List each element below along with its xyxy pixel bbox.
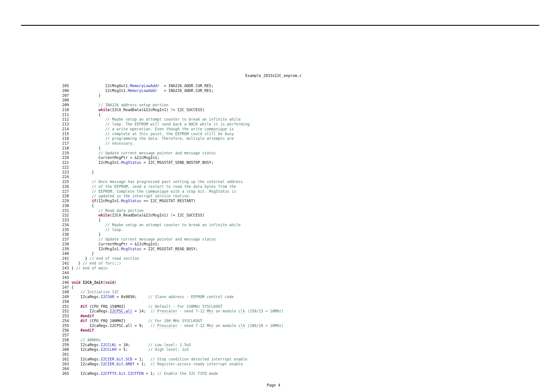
code-segment: // end of main: [76, 266, 107, 270]
code-segment: is: [227, 127, 234, 131]
code-segment: }: [71, 256, 89, 261]
code-line: 225 // Once message has progressed past …: [62, 179, 283, 184]
line-number: 210: [62, 108, 71, 112]
code-segment: clk: [238, 323, 245, 328]
line-number: 237: [62, 237, 71, 242]
code-line: 246void I2CA_Init(void): [62, 280, 283, 285]
line-number: 259: [62, 343, 71, 347]
code-line: 205 I2cMsgOut1.MemoryLowAddr = INA226_AD…: [62, 83, 283, 88]
line-number: 221: [62, 160, 71, 165]
code-segment: {: [71, 285, 74, 289]
code-segment: // INA226 address setup portion: [71, 103, 168, 107]
code-line: 206 I2cMsgIn1.MemoryLowAddr = INA226_ADD…: [62, 88, 283, 93]
code-segment: I2cMsgIn1.: [71, 160, 121, 165]
code-segment: [71, 304, 81, 309]
code-segment: if: [92, 199, 96, 203]
printed-code-page: Example_2833xI2C_eeprom.c 205 I2cMsgOut1…: [0, 0, 547, 392]
code-segment: I2caRegs.I2CPSC.all = 9;: [71, 323, 150, 328]
code-segment: // a write operation. Even though the wr…: [71, 127, 205, 131]
code-segment: I2cMsgIn1.: [71, 247, 121, 251]
code-segment: == I2C_MSGSTAT_RESTART): [141, 199, 196, 203]
code-segment: - need 7-12: [178, 309, 207, 313]
code-segment: // Update current message pointer and me…: [71, 237, 216, 241]
code-line: 244: [62, 270, 283, 275]
code-segment: // end of for(;;): [83, 261, 121, 265]
code-segment: Prescaler: [157, 309, 178, 313]
line-number: 254: [62, 319, 71, 323]
header-rule: [21, 25, 539, 26]
line-number: 249: [62, 295, 71, 299]
line-number: 212: [62, 117, 71, 122]
code-segment: ): [114, 280, 116, 285]
code-segment: (I2cMsgIn1.: [96, 199, 121, 203]
code-segment: = I2C_MSGSTAT_READ_BUSY;: [141, 247, 198, 251]
code-segment: [71, 314, 81, 318]
line-number: 229: [62, 199, 71, 204]
code-segment: on module: [213, 323, 239, 328]
code-segment: #endif: [81, 328, 94, 332]
code-segment: Prescaler: [157, 323, 178, 328]
code-segment: [71, 199, 92, 203]
line-number: 264: [62, 366, 71, 371]
code-segment: = 1;: [132, 357, 150, 361]
code-line: 214 // a write operation. Even though th…: [62, 127, 283, 132]
code-segment: I2caRegs.: [71, 309, 110, 313]
code-line: 220 CurrentMsgPtr = &I2cMsgIn1;: [62, 155, 283, 160]
code-segment: I2CFFTX.bit.I2CFFEN: [101, 371, 144, 376]
code-segment: while: [98, 213, 110, 217]
code-segment: [81, 280, 83, 285]
code-line: 232 while(I2CA_ReadData(&I2cMsgIn1) != I…: [62, 213, 283, 218]
code-segment: // programming the data. Therefore, mult…: [71, 136, 234, 141]
code-segment: #if: [81, 319, 87, 323]
line-number: 253: [62, 314, 71, 319]
code-line: 254 #if (CPU_FRQ_100MHZ) // For 100 MHz …: [62, 319, 283, 323]
code-line: 216 // programming the data. Therefore, …: [62, 136, 283, 141]
code-line: 251 #if (CPU_FRQ_150MHZ) // Default - Fo…: [62, 304, 283, 309]
code-segment: // necessary.: [71, 141, 135, 145]
code-segment: (I2CA_ReadData(&I2cMsgIn1) != I2C_SUCCES…: [110, 108, 205, 112]
line-number: 206: [62, 88, 71, 93]
line-number: 228: [62, 194, 71, 199]
code-line: 240 }: [62, 251, 283, 256]
line-number: 261: [62, 352, 71, 357]
code-segment: [71, 108, 98, 112]
line-number: 258: [62, 338, 71, 343]
document-title: Example_2833xI2C_eeprom.c: [245, 73, 302, 78]
code-segment: //: [150, 323, 157, 328]
line-number: 241: [62, 256, 71, 261]
code-line: 263 I2caRegs.I2CIER.bit.ARDY = 1; // Reg…: [62, 362, 283, 367]
line-number: 239: [62, 247, 71, 252]
code-line: 258 // 400KHz: [62, 338, 283, 343]
code-segment: {: [71, 204, 94, 208]
line-number: 247: [62, 285, 71, 290]
code-segment: // Update current message pointer and me…: [71, 151, 216, 155]
code-segment: I2CIER.bit.SCD: [101, 357, 132, 361]
line-number: 218: [62, 146, 71, 151]
code-line: 265 I2caRegs.I2CFFTX.bit.I2CFFEN = 1; //…: [62, 371, 283, 376]
code-segment: // Initialize I2C: [71, 290, 119, 294]
line-number: 222: [62, 165, 71, 170]
code-segment: // complete at this point, the EEPROM co…: [71, 132, 234, 136]
code-segment: I2caRegs.: [71, 357, 101, 361]
code-segment: {: [71, 112, 101, 117]
code-segment: I2caRegs.: [71, 371, 101, 376]
code-segment: // Default - For 150MHz SYSCLKOUT: [148, 304, 223, 309]
code-line: 209 // INA226 address setup portion: [62, 103, 283, 108]
code-line: 260 I2caRegs.I2CCLKH = 5; // High level:…: [62, 347, 283, 352]
code-segment: {: [71, 218, 101, 222]
line-number: 227: [62, 189, 71, 194]
code-segment: #if: [81, 304, 87, 309]
code-line: 235 // loop.: [62, 227, 283, 232]
code-segment: I2CSAR: [101, 295, 114, 299]
code-segment: // end of read section: [89, 256, 139, 261]
code-segment: void: [105, 280, 114, 285]
line-number: 265: [62, 371, 71, 376]
code-line: 248 // Initialize I2C: [62, 290, 283, 295]
code-segment: = 5;: [116, 347, 148, 352]
code-segment: [71, 213, 98, 217]
code-line: 223 }: [62, 170, 283, 175]
line-number: 256: [62, 328, 71, 333]
code-segment: CurrentMsgPtr = &I2cMsgIn1;: [71, 155, 159, 160]
code-segment: [71, 328, 81, 332]
code-segment: with a stop bit. MsgStatus is: [168, 189, 236, 193]
